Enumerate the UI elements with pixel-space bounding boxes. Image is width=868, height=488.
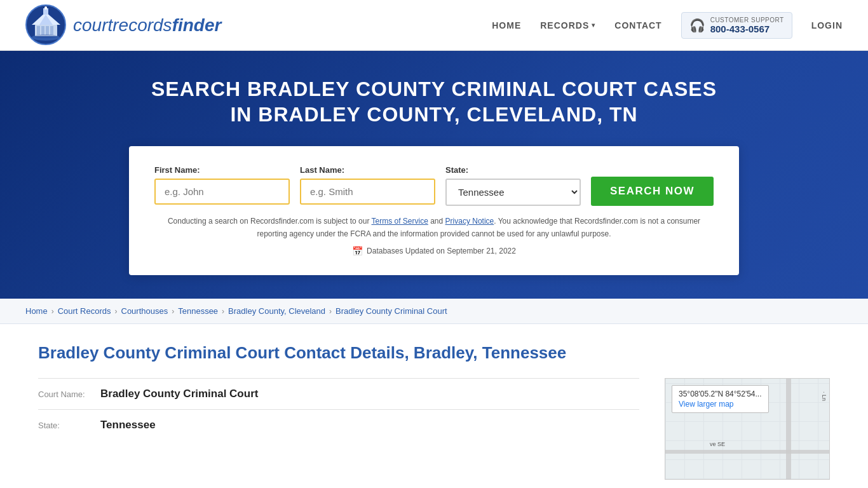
svg-rect-10 [44, 6, 47, 10]
first-name-group: First Name: [154, 165, 290, 206]
breadcrumb-current: Bradley County Criminal Court [336, 306, 447, 316]
court-info: Court Name: Bradley County Criminal Cour… [38, 378, 639, 480]
privacy-link[interactable]: Privacy Notice [445, 217, 494, 226]
svg-rect-3 [37, 26, 40, 35]
main-nav: HOME RECORDS ▾ CONTACT 🎧 CUSTOMER SUPPOR… [492, 12, 843, 39]
search-button[interactable]: SEARCH NOW [591, 177, 714, 206]
login-button[interactable]: LOGIN [811, 20, 843, 30]
first-name-label: First Name: [154, 165, 290, 175]
breadcrumb-court-records[interactable]: Court Records [58, 306, 111, 316]
court-name-value: Bradley County Criminal Court [100, 388, 258, 400]
state-label: State: [445, 165, 581, 175]
svg-rect-6 [50, 26, 53, 35]
search-disclaimer: Conducting a search on Recordsfinder.com… [154, 215, 714, 241]
main-content: Bradley County Criminal Court Contact De… [0, 324, 868, 488]
state-group: State: AlabamaAlaskaArizonaArkansasCalif… [445, 165, 581, 206]
support-number: 800-433-0567 [710, 24, 784, 34]
state-value: Tennessee [100, 419, 156, 431]
state-select[interactable]: AlabamaAlaskaArizonaArkansasCaliforniaCo… [445, 179, 581, 206]
svg-rect-4 [41, 26, 44, 35]
breadcrumb-sep-2: › [115, 307, 118, 316]
search-card: First Name: Last Name: State: AlabamaAla… [129, 146, 739, 275]
state-row: State: Tennessee [38, 409, 639, 440]
chevron-down-icon: ▾ [592, 22, 595, 29]
nav-contact[interactable]: CONTACT [614, 20, 661, 30]
headset-icon: 🎧 [689, 18, 705, 33]
nav-home[interactable]: HOME [492, 20, 521, 30]
hero-title: SEARCH BRADLEY COUNTY CRIMINAL COURT CAS… [148, 76, 720, 127]
map-placeholder: · Ln ve SE 35°08'05.2"N 84°52'54... View… [665, 378, 830, 480]
court-details: Court Name: Bradley County Criminal Cour… [38, 378, 830, 480]
nav-records[interactable]: RECORDS ▾ [540, 20, 595, 30]
support-box[interactable]: 🎧 CUSTOMER SUPPORT 800-433-0567 [681, 12, 792, 39]
breadcrumb-sep-5: › [329, 307, 332, 316]
svg-point-11 [34, 34, 57, 38]
breadcrumb-home[interactable]: Home [25, 306, 48, 316]
db-updated: 📅 Databases Updated on September 21, 202… [154, 246, 714, 256]
breadcrumb-bradley-cleveland[interactable]: Bradley County, Cleveland [228, 306, 325, 316]
logo[interactable]: courtrecordsfinder [25, 4, 221, 46]
site-header: courtrecordsfinder HOME RECORDS ▾ CONTAC… [0, 0, 868, 51]
breadcrumb-sep-3: › [172, 307, 174, 316]
map-coords-box: 35°08'05.2"N 84°52'54... View larger map [672, 385, 769, 413]
map-road-label-1: · Ln [821, 391, 827, 401]
map-road-label-2: ve SE [710, 441, 725, 447]
view-larger-map-link[interactable]: View larger map [679, 400, 762, 409]
breadcrumb-sep-1: › [51, 307, 54, 316]
last-name-group: Last Name: [300, 165, 435, 206]
support-label: CUSTOMER SUPPORT [710, 17, 784, 24]
last-name-input[interactable] [300, 179, 435, 205]
first-name-input[interactable] [154, 179, 290, 205]
breadcrumb-tennessee[interactable]: Tennessee [178, 306, 218, 316]
map-area: · Ln ve SE 35°08'05.2"N 84°52'54... View… [665, 378, 830, 480]
terms-link[interactable]: Terms of Service [372, 217, 428, 226]
calendar-icon: 📅 [352, 246, 363, 256]
map-road-horizontal [665, 450, 829, 454]
svg-rect-5 [46, 26, 49, 35]
logo-text: courtrecordsfinder [73, 15, 221, 36]
hero-section: SEARCH BRADLEY COUNTY CRIMINAL COURT CAS… [0, 51, 868, 299]
court-name-row: Court Name: Bradley County Criminal Cour… [38, 378, 639, 409]
logo-icon [25, 4, 67, 46]
court-name-label: Court Name: [38, 390, 95, 399]
search-fields: First Name: Last Name: State: AlabamaAla… [154, 165, 714, 206]
map-coordinates: 35°08'05.2"N 84°52'54... [679, 390, 762, 398]
breadcrumb-sep-4: › [222, 307, 224, 316]
breadcrumb-courthouses[interactable]: Courthouses [121, 306, 168, 316]
section-title: Bradley County Criminal Court Contact De… [38, 343, 830, 363]
last-name-label: Last Name: [300, 165, 435, 175]
breadcrumb: Home › Court Records › Courthouses › Ten… [0, 299, 868, 324]
state-label: State: [38, 421, 95, 430]
map-road-vertical [786, 379, 791, 479]
